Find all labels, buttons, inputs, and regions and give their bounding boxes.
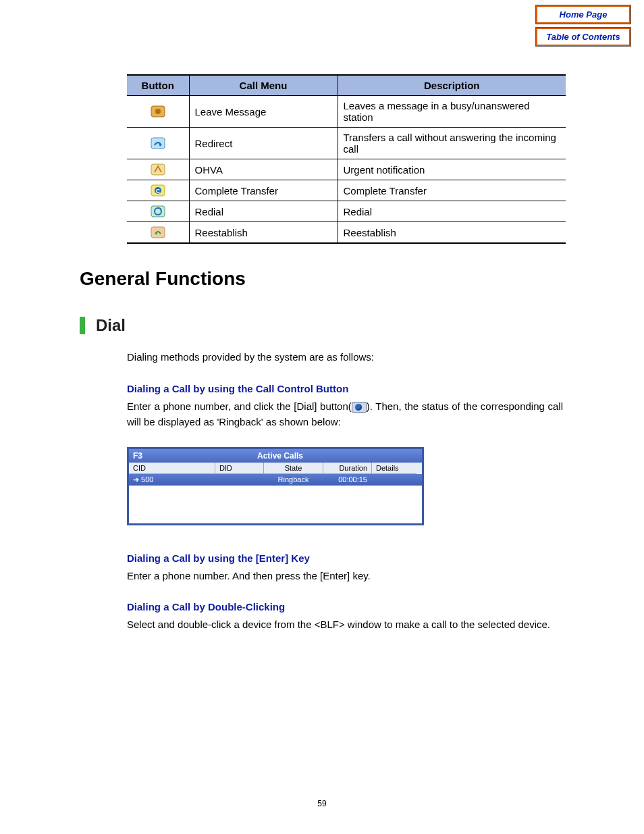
table-row: Redirect Transfers a call without answer… xyxy=(127,128,566,159)
page-number: 59 xyxy=(0,799,644,808)
cell-menu: OHVA xyxy=(189,159,338,180)
body-enter-key: Enter a phone number. And then press the… xyxy=(127,568,563,583)
cell-menu: Redirect xyxy=(189,128,338,159)
cell-menu: Leave Message xyxy=(189,96,338,128)
table-row: Redial Redial xyxy=(127,201,566,222)
cell-desc: Redial xyxy=(338,201,566,222)
home-page-link[interactable]: Home Page xyxy=(536,5,630,24)
active-calls-titlebar: F3 Active Calls xyxy=(129,449,422,463)
svg-point-1 xyxy=(155,109,161,114)
subhead-double-click: Dialing a Call by Double-Clicking xyxy=(127,601,563,613)
cell-menu: Redial xyxy=(189,201,338,222)
cell-duration: 00:00:15 xyxy=(323,474,372,486)
col-did: DID xyxy=(215,463,264,474)
subhead-call-control: Dialing a Call by using the Call Control… xyxy=(127,383,563,394)
col-state: State xyxy=(264,463,323,474)
redirect-icon xyxy=(132,137,184,149)
table-row: Reestablish Reestablish xyxy=(127,222,566,244)
reestablish-icon xyxy=(132,226,184,238)
th-button: Button xyxy=(127,75,189,96)
col-cid: CID xyxy=(129,463,215,474)
panel-shortcut-label: F3 xyxy=(133,451,142,461)
table-row: Leave Message Leaves a message in a busy… xyxy=(127,96,566,128)
cell-state: Ringback xyxy=(264,474,323,486)
cell-did xyxy=(215,474,264,486)
heading-general-functions: General Functions xyxy=(80,268,563,290)
nav-links: Home Page Table of Contents xyxy=(536,5,630,50)
leave-message-icon xyxy=(132,105,184,118)
ohva-icon xyxy=(132,163,184,176)
redial-icon xyxy=(132,205,184,217)
intro-text: Dialing methods provided by the system a… xyxy=(127,349,563,365)
dial-button-icon xyxy=(352,402,367,413)
page-content: Button Call Menu Description Leave Messa… xyxy=(80,74,563,650)
cell-menu: Reestablish xyxy=(189,222,338,244)
cell-desc: Leaves a message in a busy/unanswered st… xyxy=(338,96,566,128)
active-calls-panel: F3 Active Calls CID DID State Duration D… xyxy=(127,447,424,525)
body-double-click: Select and double-click a device from th… xyxy=(127,617,563,632)
table-row: OHVA Urgent notification xyxy=(127,159,566,180)
text-span: Enter a phone number, and click the [Dia… xyxy=(127,400,352,412)
th-desc: Description xyxy=(338,75,566,96)
cell-cid: ➜ 500 xyxy=(129,474,215,486)
active-calls-empty xyxy=(129,486,422,523)
heading-dial: Dial xyxy=(80,317,563,334)
cell-menu: Complete Transfer xyxy=(189,180,338,201)
active-calls-header-row: CID DID State Duration Details xyxy=(129,463,422,474)
cell-desc: Transfers a call without answering the i… xyxy=(338,128,566,159)
cell-desc: Complete Transfer xyxy=(338,180,566,201)
svg-text:C: C xyxy=(156,188,161,194)
table-row: C Complete Transfer Complete Transfer xyxy=(127,180,566,201)
body-call-control: Enter a phone number, and click the [Dia… xyxy=(127,398,563,430)
col-details: Details xyxy=(372,463,417,474)
subhead-enter-key: Dialing a Call by using the [Enter] Key xyxy=(127,552,563,564)
cell-desc: Reestablish xyxy=(338,222,566,244)
active-calls-row[interactable]: ➜ 500 Ringback 00:00:15 xyxy=(129,474,422,486)
col-duration: Duration xyxy=(323,463,372,474)
toc-link[interactable]: Table of Contents xyxy=(536,28,630,46)
cell-details xyxy=(372,474,417,486)
th-menu: Call Menu xyxy=(189,75,338,96)
panel-title: Active Calls xyxy=(142,451,418,461)
cell-desc: Urgent notification xyxy=(338,159,566,180)
call-menu-table: Button Call Menu Description Leave Messa… xyxy=(127,74,566,244)
complete-transfer-icon: C xyxy=(132,184,184,197)
